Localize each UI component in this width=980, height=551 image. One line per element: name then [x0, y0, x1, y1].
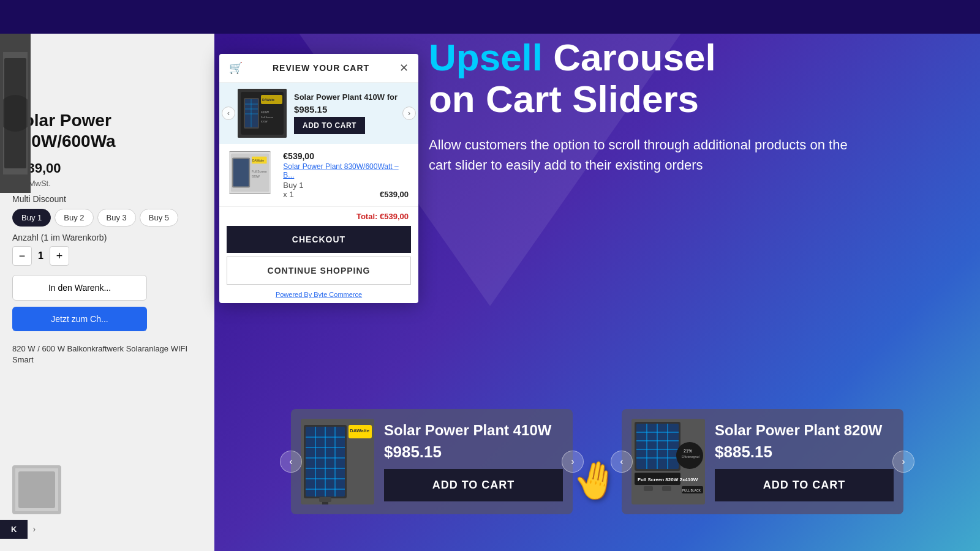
cart-item-details: €539,00 Solar Power Plant 830W/600Watt –… — [283, 151, 409, 199]
cursor-hand: 🤚 — [569, 455, 622, 506]
carousel-2-next[interactable]: › — [892, 451, 914, 473]
carousel-2-price: $885.15 — [715, 443, 894, 462]
carousels-row: ‹ DAWaite — [291, 409, 980, 514]
continue-shopping-button[interactable]: CONTINUE SHOPPING — [227, 257, 411, 285]
carousel-2-add-btn[interactable]: ADD TO CART — [715, 469, 894, 501]
cart-item-qty: x 1 — [283, 190, 293, 199]
cart-icon: 🛒 — [229, 61, 243, 75]
svg-text:Full Screen: Full Screen — [252, 170, 267, 173]
left-product-title: Solar Power 830W/600Wa — [12, 110, 202, 151]
powered-by[interactable]: Powered By Byte Commerce — [219, 288, 418, 303]
checkout-button[interactable]: CHECKOUT — [227, 226, 411, 253]
carousel-1-price: $985.15 — [384, 443, 563, 462]
left-product-info: Solar Power 830W/600Wa €539,00 inkl. MwS… — [0, 0, 214, 378]
qty-control: − 1 + — [12, 246, 202, 266]
cart-item-subtotal: €539,00 — [380, 190, 409, 199]
svg-text:DAWaite: DAWaite — [252, 159, 264, 162]
svg-rect-41 — [322, 502, 328, 504]
cart-upsell-image: DAWaite 410W Full Screen 820W — [238, 89, 287, 138]
svg-text:Full Screen 820W 2x410W: Full Screen 820W 2x410W — [638, 477, 698, 482]
cart-item-price: €539,00 — [283, 151, 409, 161]
cart-modal-title: REVIEW YOUR CART — [273, 63, 369, 73]
upsell-arrow-left[interactable]: ‹ — [222, 107, 235, 120]
carousel-1-info: Solar Power Plant 410W $985.15 ADD TO CA… — [384, 422, 563, 502]
discount-btn-2[interactable]: Buy 2 — [55, 209, 93, 227]
carousel-1-image: DAWaite — [301, 419, 374, 504]
qty-value: 1 — [38, 250, 43, 261]
qty-plus[interactable]: + — [50, 246, 69, 266]
product-desc-left: 820 W / 600 W Balkonkraftwerk Solaranlag… — [12, 343, 202, 365]
svg-rect-40 — [319, 497, 331, 502]
cart-item-thumb: DAWaite Full Screen 820W — [229, 151, 271, 194]
svg-rect-21 — [233, 159, 249, 187]
discount-buttons: Buy 1 Buy 2 Buy 3 Buy 5 — [12, 209, 202, 227]
cart-item-buy: Buy 1 — [283, 181, 303, 190]
left-product-price: €539,00 — [12, 160, 202, 176]
back-button[interactable]: K — [0, 520, 28, 539]
carousel-card-2: ‹ Full Screen 820W 2x410W 21 — [622, 409, 903, 514]
headline: Upsell Carouselon Cart Sliders — [429, 37, 968, 120]
upsell-arrow-right[interactable]: › — [402, 107, 416, 120]
close-icon[interactable]: ✕ — [399, 61, 409, 75]
discount-btn-5[interactable]: Buy 5 — [140, 209, 178, 227]
svg-rect-60 — [662, 486, 671, 491]
upsell-product-price: $985.15 — [294, 104, 400, 114]
svg-text:FULL BLACK: FULL BLACK — [682, 489, 701, 492]
cart-upsell-info: Solar Power Plant 410W for $985.15 ADD T… — [294, 92, 400, 134]
multi-discount-label: Multi Discount — [12, 194, 202, 204]
cart-total: Total: €539,00 — [219, 207, 418, 226]
total-value: €539,00 — [380, 212, 409, 221]
cart-modal: 🛒 REVIEW YOUR CART ✕ ‹ DAWaite 410W — [219, 54, 418, 303]
svg-text:DAWaite: DAWaite — [262, 98, 274, 102]
carousel-1-add-btn[interactable]: ADD TO CART — [384, 469, 563, 501]
svg-text:820W: 820W — [261, 120, 268, 123]
upsell-product-name: Solar Power Plant 410W for — [294, 92, 400, 102]
svg-point-2 — [3, 95, 28, 132]
svg-rect-4 — [18, 471, 55, 508]
svg-text:21%: 21% — [684, 449, 692, 453]
subtext: Allow customers the option to scroll thr… — [429, 135, 858, 175]
svg-text:820W: 820W — [252, 175, 260, 178]
cart-item-qty-row: x 1 €539,00 — [283, 190, 409, 199]
svg-rect-59 — [644, 486, 653, 491]
checkout-left[interactable]: Jetzt zum Ch... — [12, 307, 147, 331]
carousel-2-image: Full Screen 820W 2x410W 21% Effizienzgra… — [631, 419, 705, 504]
total-label: Total: — [356, 212, 377, 221]
cart-upsell-slider: ‹ DAWaite 410W Full Screen 820W — [219, 83, 418, 144]
upsell-add-to-cart[interactable]: ADD TO CART — [294, 117, 365, 134]
discount-btn-1[interactable]: Buy 1 — [12, 209, 51, 227]
carousel-2-info: Solar Power Plant 820W $885.15 ADD TO CA… — [715, 422, 894, 502]
svg-text:410W: 410W — [261, 110, 269, 114]
carousel-card-1: ‹ DAWaite — [291, 409, 573, 514]
cart-item-name[interactable]: Solar Power Plant 830W/600Watt – B... — [283, 162, 409, 179]
top-bar — [0, 0, 980, 34]
cart-item: DAWaite Full Screen 820W €539,00 Solar P… — [219, 144, 418, 207]
qty-minus[interactable]: − — [12, 246, 32, 266]
discount-btn-3[interactable]: Buy 3 — [97, 209, 136, 227]
carousel-1-prev[interactable]: ‹ — [280, 451, 302, 473]
next-arrow[interactable]: › — [28, 519, 40, 539]
right-content: Upsell Carouselon Cart Sliders Allow cus… — [429, 37, 968, 175]
left-product-page: Solar Power 830W/600Wa €539,00 inkl. MwS… — [0, 0, 214, 551]
left-inkl-text: inkl. MwSt. — [12, 179, 202, 188]
anzahl-label: Anzahl (1 im Warenkorb) — [12, 233, 202, 242]
cart-item-row: Buy 1 — [283, 181, 409, 190]
svg-text:DAWaite: DAWaite — [350, 428, 370, 433]
carousel-1-name: Solar Power Plant 410W — [384, 422, 563, 440]
carousel-2-name: Solar Power Plant 820W — [715, 422, 894, 440]
cart-modal-header: 🛒 REVIEW YOUR CART ✕ — [219, 54, 418, 83]
svg-text:Effizienzgrad: Effizienzgrad — [682, 455, 699, 459]
add-to-cart-left[interactable]: In den Warenk... — [12, 275, 147, 301]
svg-text:Full Screen: Full Screen — [261, 116, 273, 119]
headline-upsell: Upsell — [429, 36, 543, 78]
svg-rect-8 — [245, 99, 258, 127]
